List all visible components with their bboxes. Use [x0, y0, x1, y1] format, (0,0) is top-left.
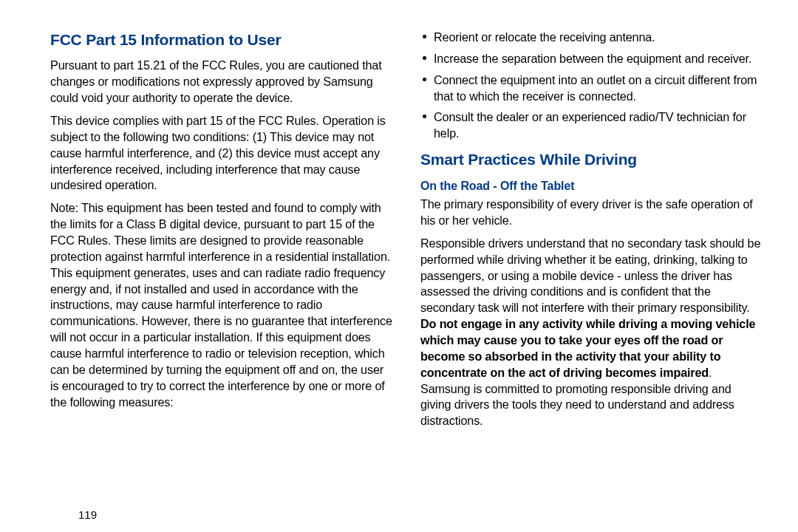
- smart-practices-heading: Smart Practices While Driving: [420, 149, 763, 170]
- fcc-para-2: This device complies with part 15 of the…: [50, 113, 392, 194]
- list-item: Connect the equipment into an outlet on …: [420, 72, 763, 105]
- list-item: Reorient or relocate the receiving anten…: [420, 30, 763, 46]
- fcc-para-1: Pursuant to part 15.21 of the FCC Rules,…: [50, 58, 392, 106]
- list-item: Consult the dealer or an experienced rad…: [420, 109, 763, 142]
- page-number: 119: [50, 508, 763, 521]
- fcc-heading: FCC Part 15 Information to User: [50, 30, 392, 50]
- right-column: Reorient or relocate the receiving anten…: [420, 30, 763, 495]
- driving-para-2a: Responsible drivers understand that no s…: [420, 236, 760, 314]
- driving-para-2-bold: Do not engage in any activity while driv…: [420, 317, 755, 379]
- driving-para-1: The primary responsibility of every driv…: [420, 197, 763, 229]
- driving-para-2: Responsible drivers understand that no s…: [420, 236, 763, 429]
- left-column: FCC Part 15 Information to User Pursuant…: [50, 30, 392, 495]
- on-road-subheading: On the Road - Off the Tablet: [420, 178, 763, 194]
- list-item: Increase the separation between the equi…: [420, 51, 763, 67]
- fcc-para-3: Note: This equipment has been tested and…: [50, 200, 392, 410]
- measures-list: Reorient or relocate the receiving anten…: [420, 30, 763, 142]
- two-column-layout: FCC Part 15 Information to User Pursuant…: [50, 30, 763, 495]
